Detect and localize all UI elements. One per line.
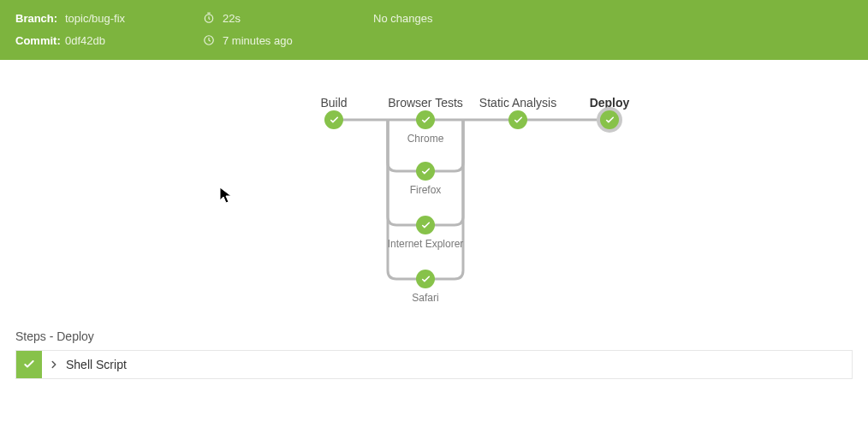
check-icon [513,115,524,126]
browser-label-safari: Safari [412,292,438,304]
stage-node-safari[interactable] [416,270,435,288]
stage-node-ie[interactable] [416,216,435,234]
stage-node-chrome[interactable] [416,110,435,129]
stopwatch-icon [202,11,216,25]
duration-value: 22s [223,12,241,25]
header-row-commit: Commit: 0df42db 7 minutes ago [15,31,853,50]
branch-label: Branch: [15,12,65,25]
duration: 22s [202,11,373,25]
browser-label-firefox: Firefox [410,184,442,196]
stage-node-build[interactable] [324,110,343,129]
check-icon [22,358,36,371]
stage-node-static-analysis[interactable] [508,110,527,129]
step-name: Shell Script [66,358,127,371]
check-icon [604,115,615,126]
pipeline-graph: Build Browser Tests Static Analysis Depl… [0,86,868,342]
check-icon [420,274,431,285]
check-icon [329,115,340,126]
chevron-right-icon [42,359,66,371]
step-row[interactable]: Shell Script [15,350,853,379]
stage-label-static-analysis: Static Analysis [479,96,556,110]
stage-node-firefox[interactable] [416,162,435,181]
commit-label: Commit: [15,34,65,47]
header-row-branch: Branch: topic/bug-fix 22s No changes [15,9,853,27]
stage-label-deploy: Deploy [590,96,630,110]
browser-label-chrome: Chrome [407,133,444,145]
browser-label-ie: Internet Explorer [388,238,464,250]
clock-icon [202,33,216,47]
changes-text: No changes [373,12,432,25]
branch-value[interactable]: topic/bug-fix [65,12,202,25]
pipeline-edges [0,86,868,342]
steps-title: Steps - Deploy [15,329,853,343]
steps-panel: Steps - Deploy Shell Script [15,329,853,379]
step-status-success [16,351,42,378]
check-icon [420,220,431,231]
stage-node-deploy[interactable] [600,110,619,129]
run-header: Branch: topic/bug-fix 22s No changes Com… [0,0,868,60]
stage-label-browser-tests: Browser Tests [388,96,463,110]
check-icon [420,166,431,177]
check-icon [420,115,431,126]
commit-value[interactable]: 0df42db [65,34,202,47]
stage-label-build: Build [320,96,347,110]
time-ago: 7 minutes ago [202,33,373,47]
time-ago-value: 7 minutes ago [223,34,293,47]
